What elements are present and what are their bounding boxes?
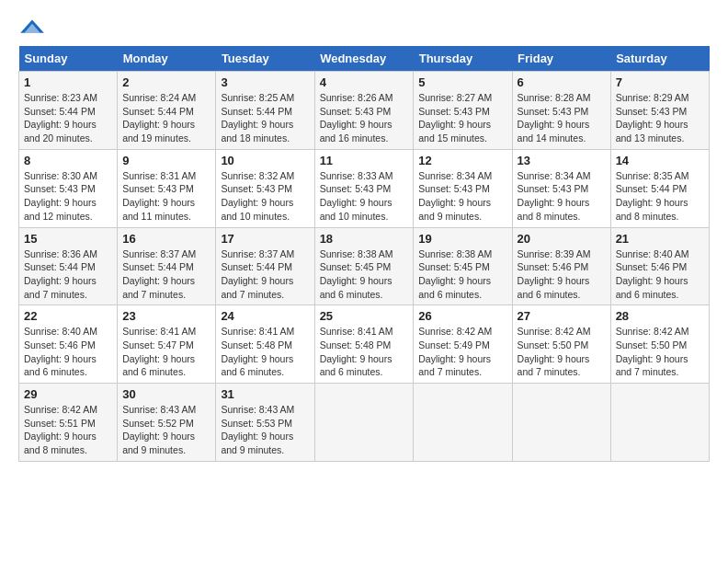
day-number: 7 (616, 75, 704, 89)
day-cell: 11 Sunrise: 8:33 AMSunset: 5:43 PMDaylig… (314, 149, 414, 227)
day-cell (414, 384, 512, 462)
day-info: Sunrise: 8:38 AMSunset: 5:45 PMDaylight:… (418, 248, 492, 300)
day-number: 29 (24, 387, 112, 401)
day-info: Sunrise: 8:26 AMSunset: 5:43 PMDaylight:… (320, 92, 393, 144)
day-cell: 29 Sunrise: 8:42 AMSunset: 5:51 PMDaylig… (19, 384, 118, 462)
header (18, 18, 710, 37)
day-cell: 10 Sunrise: 8:32 AMSunset: 5:43 PMDaylig… (216, 149, 314, 227)
day-info: Sunrise: 8:43 AMSunset: 5:52 PMDaylight:… (122, 404, 196, 455)
day-cell: 5 Sunrise: 8:27 AMSunset: 5:43 PMDayligh… (414, 72, 512, 150)
day-info: Sunrise: 8:27 AMSunset: 5:43 PMDaylight:… (418, 92, 492, 144)
day-number: 12 (418, 154, 506, 167)
day-info: Sunrise: 8:31 AMSunset: 5:43 PMDaylight:… (122, 170, 196, 222)
day-info: Sunrise: 8:43 AMSunset: 5:53 PMDaylight:… (221, 404, 294, 455)
week-row: 29 Sunrise: 8:42 AMSunset: 5:51 PMDaylig… (19, 384, 710, 462)
day-cell: 6 Sunrise: 8:28 AMSunset: 5:43 PMDayligh… (512, 72, 610, 150)
day-info: Sunrise: 8:41 AMSunset: 5:47 PMDaylight:… (122, 326, 196, 377)
day-number: 9 (122, 154, 210, 167)
day-info: Sunrise: 8:42 AMSunset: 5:50 PMDaylight:… (518, 326, 591, 377)
day-info: Sunrise: 8:42 AMSunset: 5:50 PMDaylight:… (616, 326, 689, 377)
day-info: Sunrise: 8:24 AMSunset: 5:44 PMDaylight:… (122, 92, 196, 144)
day-cell: 15 Sunrise: 8:36 AMSunset: 5:44 PMDaylig… (19, 227, 118, 305)
day-info: Sunrise: 8:34 AMSunset: 5:43 PMDaylight:… (418, 170, 492, 222)
day-cell: 14 Sunrise: 8:35 AMSunset: 5:44 PMDaylig… (610, 149, 709, 227)
day-number: 11 (320, 154, 409, 167)
day-cell: 7 Sunrise: 8:29 AMSunset: 5:43 PMDayligh… (610, 72, 709, 150)
day-info: Sunrise: 8:41 AMSunset: 5:48 PMDaylight:… (320, 326, 393, 377)
day-number: 1 (24, 75, 112, 89)
day-info: Sunrise: 8:30 AMSunset: 5:43 PMDaylight:… (24, 170, 97, 222)
day-info: Sunrise: 8:29 AMSunset: 5:43 PMDaylight:… (616, 92, 689, 144)
day-cell (512, 384, 610, 462)
day-number: 21 (616, 232, 704, 246)
day-info: Sunrise: 8:42 AMSunset: 5:51 PMDaylight:… (24, 404, 97, 455)
day-cell: 16 Sunrise: 8:37 AMSunset: 5:44 PMDaylig… (118, 227, 216, 305)
day-number: 5 (418, 75, 506, 89)
column-header-monday: Monday (118, 46, 216, 72)
day-number: 16 (122, 232, 210, 246)
day-number: 27 (518, 309, 606, 323)
day-cell: 23 Sunrise: 8:41 AMSunset: 5:47 PMDaylig… (118, 305, 216, 384)
week-row: 8 Sunrise: 8:30 AMSunset: 5:43 PMDayligh… (19, 149, 710, 227)
day-number: 30 (122, 387, 210, 401)
day-number: 31 (221, 387, 309, 401)
week-row: 22 Sunrise: 8:40 AMSunset: 5:46 PMDaylig… (19, 305, 710, 384)
day-info: Sunrise: 8:42 AMSunset: 5:49 PMDaylight:… (418, 326, 492, 377)
day-info: Sunrise: 8:33 AMSunset: 5:43 PMDaylight:… (320, 170, 393, 222)
day-number: 4 (320, 75, 409, 89)
header-row: SundayMondayTuesdayWednesdayThursdayFrid… (19, 46, 710, 72)
day-info: Sunrise: 8:35 AMSunset: 5:44 PMDaylight:… (616, 170, 689, 222)
day-cell: 21 Sunrise: 8:40 AMSunset: 5:46 PMDaylig… (610, 227, 709, 305)
day-number: 24 (221, 309, 309, 323)
day-cell: 24 Sunrise: 8:41 AMSunset: 5:48 PMDaylig… (216, 305, 314, 384)
day-cell: 26 Sunrise: 8:42 AMSunset: 5:49 PMDaylig… (414, 305, 512, 384)
day-cell: 12 Sunrise: 8:34 AMSunset: 5:43 PMDaylig… (414, 149, 512, 227)
day-number: 17 (221, 232, 309, 246)
day-number: 2 (122, 75, 210, 89)
day-info: Sunrise: 8:41 AMSunset: 5:48 PMDaylight:… (221, 326, 294, 377)
day-cell: 20 Sunrise: 8:39 AMSunset: 5:46 PMDaylig… (512, 227, 610, 305)
day-number: 10 (221, 154, 309, 167)
column-header-saturday: Saturday (610, 46, 709, 72)
day-info: Sunrise: 8:40 AMSunset: 5:46 PMDaylight:… (616, 248, 689, 300)
day-info: Sunrise: 8:37 AMSunset: 5:44 PMDaylight:… (221, 248, 294, 300)
week-row: 15 Sunrise: 8:36 AMSunset: 5:44 PMDaylig… (19, 227, 710, 305)
day-number: 23 (122, 309, 210, 323)
day-number: 8 (24, 154, 112, 167)
logo (18, 18, 50, 37)
day-cell: 4 Sunrise: 8:26 AMSunset: 5:43 PMDayligh… (314, 72, 414, 150)
day-info: Sunrise: 8:38 AMSunset: 5:45 PMDaylight:… (320, 248, 393, 300)
day-cell: 28 Sunrise: 8:42 AMSunset: 5:50 PMDaylig… (610, 305, 709, 384)
column-header-friday: Friday (512, 46, 610, 72)
day-number: 14 (616, 154, 704, 167)
day-cell (314, 384, 414, 462)
day-cell: 31 Sunrise: 8:43 AMSunset: 5:53 PMDaylig… (216, 384, 314, 462)
day-cell: 9 Sunrise: 8:31 AMSunset: 5:43 PMDayligh… (118, 149, 216, 227)
logo-icon (18, 18, 46, 37)
day-number: 18 (320, 232, 409, 246)
day-number: 3 (221, 75, 309, 89)
day-cell: 2 Sunrise: 8:24 AMSunset: 5:44 PMDayligh… (118, 72, 216, 150)
day-number: 13 (518, 154, 606, 167)
day-number: 6 (518, 75, 606, 89)
day-number: 22 (24, 309, 112, 323)
day-info: Sunrise: 8:32 AMSunset: 5:43 PMDaylight:… (221, 170, 294, 222)
day-cell: 18 Sunrise: 8:38 AMSunset: 5:45 PMDaylig… (314, 227, 414, 305)
day-cell: 25 Sunrise: 8:41 AMSunset: 5:48 PMDaylig… (314, 305, 414, 384)
day-cell: 3 Sunrise: 8:25 AMSunset: 5:44 PMDayligh… (216, 72, 314, 150)
column-header-sunday: Sunday (19, 46, 118, 72)
day-number: 26 (418, 309, 506, 323)
day-info: Sunrise: 8:25 AMSunset: 5:44 PMDaylight:… (221, 92, 294, 144)
day-info: Sunrise: 8:34 AMSunset: 5:43 PMDaylight:… (518, 170, 591, 222)
column-header-tuesday: Tuesday (216, 46, 314, 72)
calendar-table: SundayMondayTuesdayWednesdayThursdayFrid… (18, 46, 710, 462)
day-cell: 27 Sunrise: 8:42 AMSunset: 5:50 PMDaylig… (512, 305, 610, 384)
day-cell (610, 384, 709, 462)
day-info: Sunrise: 8:39 AMSunset: 5:46 PMDaylight:… (518, 248, 591, 300)
day-number: 25 (320, 309, 409, 323)
day-cell: 22 Sunrise: 8:40 AMSunset: 5:46 PMDaylig… (19, 305, 118, 384)
day-number: 20 (518, 232, 606, 246)
day-cell: 30 Sunrise: 8:43 AMSunset: 5:52 PMDaylig… (118, 384, 216, 462)
day-info: Sunrise: 8:23 AMSunset: 5:44 PMDaylight:… (24, 92, 97, 144)
day-number: 15 (24, 232, 112, 246)
